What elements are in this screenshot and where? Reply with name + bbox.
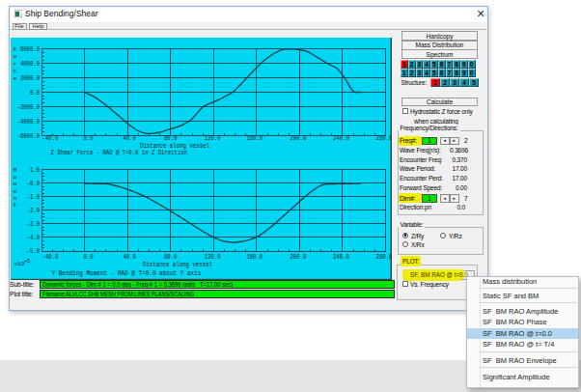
svg-text:0.0: 0.0 xyxy=(84,254,94,261)
svg-text:160.0: 160.0 xyxy=(246,135,263,142)
svg-text:-2000.0: -2000.0 xyxy=(17,104,41,111)
svg-text:80.0: 80.0 xyxy=(164,135,178,142)
svg-text:t: t xyxy=(14,202,17,209)
svg-text:r: r xyxy=(14,61,17,68)
svg-text:-2.0: -2.0 xyxy=(27,208,41,214)
svg-text:Z Shear Force - RAO @ T=0.0 in: Z Shear Force - RAO @ T=0.0 in Z Directi… xyxy=(51,150,188,156)
svg-text:Distance along vessel: Distance along vessel xyxy=(140,143,209,150)
svg-text:240.0: 240.0 xyxy=(333,254,349,261)
svg-text:M: M xyxy=(14,167,17,174)
svg-text:Y Bending Moment - RAO @ T=0.0: Y Bending Moment - RAO @ T=0.0 about Y a… xyxy=(52,270,202,277)
svg-text:Distance along vessel: Distance along vessel xyxy=(143,262,212,268)
svg-text:m: m xyxy=(14,181,17,187)
svg-text:-4000.0: -4000.0 xyxy=(17,119,41,126)
svg-text:0.0: 0.0 xyxy=(30,90,40,97)
svg-text:-0.0: -0.0 xyxy=(27,181,41,187)
svg-text:120.0: 120.0 xyxy=(205,135,221,142)
svg-text:280.0: 280.0 xyxy=(376,254,392,261)
svg-text:-3.0: -3.0 xyxy=(27,221,41,228)
svg-text:1.0: 1.0 xyxy=(30,167,40,174)
svg-text:o: o xyxy=(14,174,17,181)
svg-text:4000.0: 4000.0 xyxy=(20,61,40,68)
svg-text:120.0: 120.0 xyxy=(205,254,221,261)
svg-text:c: c xyxy=(14,68,17,74)
svg-text:-40.0: -40.0 xyxy=(42,135,59,142)
svg-text:-4.0: -4.0 xyxy=(27,235,41,241)
svg-text:200.0: 200.0 xyxy=(290,135,307,142)
svg-text:240.0: 240.0 xyxy=(333,135,349,142)
svg-text:80.0: 80.0 xyxy=(164,254,178,261)
svg-text:160.0: 160.0 xyxy=(246,254,263,261)
svg-text:40.0: 40.0 xyxy=(123,135,136,142)
svg-text:e: e xyxy=(14,188,17,195)
svg-text:-40.0: -40.0 xyxy=(42,254,59,261)
svg-text:+5: +5 xyxy=(24,259,30,265)
svg-text:280.0: 280.0 xyxy=(376,135,392,142)
svg-text:-6000.0: -6000.0 xyxy=(17,133,41,140)
svg-text:n: n xyxy=(14,195,17,202)
svg-text:2000.0: 2000.0 xyxy=(20,75,40,82)
svg-text:6000.0: 6000.0 xyxy=(20,46,40,53)
svg-text:0.0: 0.0 xyxy=(84,135,94,142)
svg-text:200.0: 200.0 xyxy=(290,254,307,261)
svg-text:-1.0: -1.0 xyxy=(27,194,41,201)
svg-text:o: o xyxy=(14,53,17,60)
svg-text:40.0: 40.0 xyxy=(123,254,136,261)
svg-text:-5.0: -5.0 xyxy=(27,248,41,255)
svg-text:e: e xyxy=(14,75,17,82)
svg-text:F: F xyxy=(14,46,17,53)
